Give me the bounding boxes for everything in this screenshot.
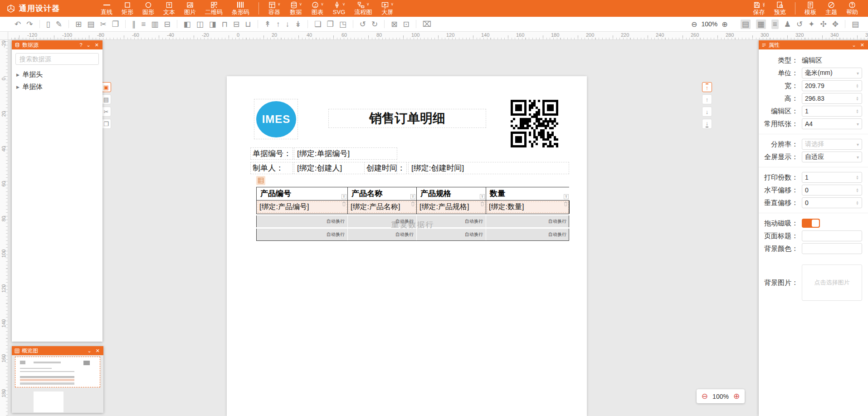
theme-button[interactable]: 主题 — [821, 0, 842, 17]
right-panel-toggle-icon[interactable]: ▤ — [852, 20, 859, 28]
close-icon[interactable]: ✕ — [94, 42, 100, 48]
close-icon[interactable]: ✕ — [859, 42, 865, 48]
split-h-icon[interactable]: ⊟ — [164, 20, 170, 28]
collapse-icon[interactable]: ⌄ — [851, 42, 857, 48]
group-icon[interactable]: ❏ — [314, 20, 321, 28]
unit-select[interactable]: 毫米(mm)▾ — [802, 68, 862, 78]
table-header-cell[interactable]: 产品名称T — [348, 187, 417, 200]
help-icon[interactable]: ? — [78, 42, 83, 48]
report-page[interactable]: IMES 销售订单明细 单据编号： [绑定:单据编号] 制单人： [绑定:创建人… — [227, 76, 587, 416]
add-area-button[interactable]: ▣ — [101, 82, 111, 92]
stepper-icons[interactable]: ▲▼ — [856, 109, 859, 113]
align-right-icon[interactable]: ◨ — [209, 20, 216, 28]
paste-icon[interactable]: ❐ — [112, 20, 119, 28]
detail-table[interactable]: 产品编号T 产品名称T 产品规格T 数量T [绑定:产品编号] [绑定:产品名称… — [256, 187, 569, 241]
align-left-icon[interactable]: ◧ — [184, 20, 191, 28]
edit-area-input[interactable]: 1▲▼ — [802, 106, 862, 117]
autowrap-cell[interactable]: 自动换行 — [257, 229, 348, 240]
overview-page1[interactable] — [15, 357, 100, 387]
help-button[interactable]: 帮助 — [842, 0, 863, 17]
datasource-panel-header[interactable]: 数据源 ? ⌄ ✕ — [12, 40, 102, 49]
align-middle-icon[interactable]: ⊟ — [233, 20, 239, 28]
add-icon[interactable]: ⊞ — [75, 20, 82, 28]
table-binding-cell[interactable]: [绑定:产品名称] — [348, 201, 417, 214]
tool-container[interactable]: ∨ 容器 — [263, 0, 285, 17]
stepper-icons[interactable]: ▲▼ — [856, 201, 859, 205]
table-binding-cell[interactable]: [绑定:数量] — [486, 201, 570, 214]
tool-image[interactable]: 图片 — [180, 0, 200, 17]
trash-icon[interactable] — [564, 201, 568, 206]
table-binding-cell[interactable]: [绑定:产品规格] — [417, 201, 486, 214]
height-input[interactable]: 296.83▲▼ — [802, 93, 862, 104]
qr-code[interactable] — [508, 98, 561, 150]
send-to-back-icon[interactable]: ↡ — [295, 20, 301, 28]
logo-element[interactable]: IMES — [254, 99, 298, 139]
design-canvas[interactable]: -120-100-80-60-40-2002040608010012014016… — [0, 32, 868, 416]
page-title-input[interactable] — [802, 230, 862, 241]
tool-barcode[interactable]: 条形码 — [227, 0, 254, 17]
tree-item-body[interactable]: ▶ 单据体 — [12, 81, 102, 93]
move-up-icon[interactable]: ↑ — [276, 20, 280, 28]
tree-item-header[interactable]: ▶ 单据头 — [12, 69, 102, 81]
tool-text[interactable]: 文本 — [159, 0, 180, 17]
stepper-icons[interactable]: ▲▼ — [856, 175, 859, 180]
tool-data[interactable]: ∨ 数据 — [285, 0, 307, 17]
autowrap-cell[interactable]: 自动换行 — [417, 229, 486, 240]
delete-icon[interactable]: ⌧ — [423, 20, 432, 28]
field-label-docno[interactable]: 单据编号： — [250, 147, 293, 160]
layers-panel-icon[interactable]: ≡ — [771, 20, 779, 29]
doc-list-button[interactable]: ▤ — [101, 94, 111, 104]
split-v-icon[interactable]: ▥ — [151, 20, 158, 28]
tool-flowchart[interactable]: ∨ 流程图 — [350, 0, 376, 17]
autowrap-cell[interactable]: 自动换行 — [486, 215, 570, 227]
vertical-offset-input[interactable]: 0▲▼ — [802, 197, 862, 208]
close-icon[interactable]: ✕ — [95, 348, 101, 354]
page-up-button[interactable]: ↑ — [702, 94, 712, 104]
distribute-h-icon[interactable]: ∥ — [132, 20, 136, 28]
trash-icon[interactable] — [480, 201, 484, 206]
print-copies-input[interactable]: 1▲▼ — [802, 172, 862, 183]
stepper-icons[interactable]: ▲▼ — [856, 96, 859, 101]
cut-button[interactable]: ✂ — [101, 107, 111, 117]
combine-icon[interactable]: ❐ — [327, 20, 333, 28]
background-image-picker[interactable]: 点击选择图片 — [802, 264, 862, 301]
width-input[interactable]: 209.79▲▼ — [802, 80, 862, 91]
table-header-cell[interactable]: 数量T — [486, 187, 570, 200]
new-page-icon[interactable]: ▯ — [46, 20, 50, 28]
autowrap-cell[interactable]: 自动换行 — [486, 229, 570, 240]
plugin-icon[interactable]: ✣ — [820, 20, 826, 28]
align-bottom-icon[interactable]: ⊔ — [245, 20, 251, 28]
paper-select[interactable]: A4▾ — [802, 118, 862, 129]
align-top-icon[interactable]: ⊓ — [222, 20, 228, 28]
overview-thumbnail[interactable] — [12, 355, 103, 413]
clear-icon[interactable]: ✎ — [56, 20, 62, 28]
magic-icon[interactable]: ✦ — [808, 20, 814, 28]
copy-icon[interactable]: ▤ — [87, 20, 94, 28]
bring-to-front-icon[interactable]: ↟ — [264, 20, 271, 28]
tool-svg[interactable]: ∨ SVG — [328, 0, 350, 17]
ungroup-icon[interactable]: ◳ — [339, 20, 346, 28]
tool-line[interactable]: 直线 — [96, 0, 117, 17]
scroll-bottom-button[interactable]: ↓ — [702, 119, 712, 129]
zoom-in-icon[interactable]: ⊕ — [733, 392, 740, 401]
scroll-top-button[interactable]: ↑ — [702, 82, 712, 92]
collapse-icon[interactable]: ⌄ — [87, 348, 93, 354]
drag-snap-toggle[interactable] — [802, 219, 820, 228]
zoom-out-icon[interactable]: ⊖ — [702, 392, 708, 401]
horizontal-offset-input[interactable]: 0▲▼ — [802, 185, 862, 196]
table-header-cell[interactable]: 产品规格T — [417, 187, 486, 200]
autowrap-cell[interactable]: 自动换行 — [417, 215, 486, 227]
field-value-docno[interactable]: [绑定:单据编号] — [294, 147, 397, 160]
debug-icon[interactable]: ✥ — [832, 20, 839, 28]
table-header-cell[interactable]: 产品编号T — [257, 187, 348, 200]
autowrap-cell[interactable]: 自动换行 — [348, 229, 417, 240]
distribute-v-icon[interactable]: ≡ — [141, 20, 146, 28]
fullscreen-select[interactable]: 自适应▾ — [802, 152, 862, 162]
redo-icon[interactable]: ↷ — [26, 20, 33, 28]
stepper-icons[interactable]: ▲▼ — [856, 188, 859, 192]
trash-icon[interactable] — [342, 201, 346, 206]
overview-panel-header[interactable]: 概览图 ⌄ ✕ — [12, 346, 103, 355]
autowrap-cell[interactable]: 自动换行 — [257, 215, 348, 227]
undo-icon[interactable]: ↶ — [15, 20, 21, 28]
search-input[interactable] — [15, 53, 99, 65]
